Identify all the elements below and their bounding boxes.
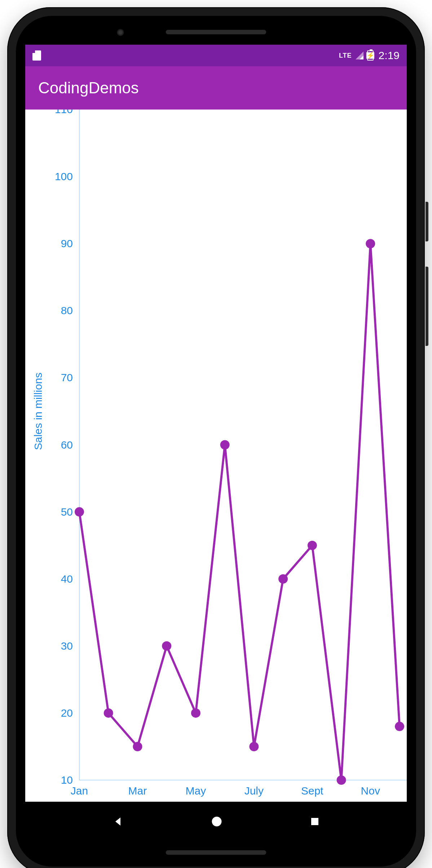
x-tick-label: Sept [301, 785, 323, 797]
x-tick-label: Mar [128, 785, 147, 797]
speaker-bottom [166, 850, 266, 855]
lte-label: LTE [339, 52, 352, 59]
data-point[interactable] [191, 708, 200, 718]
home-button[interactable] [210, 815, 223, 828]
line-chart-svg: 102030405060708090100110JanMarMayJulySep… [25, 110, 407, 802]
status-bar: LTE ⚡ 2:19 [25, 45, 407, 66]
data-point[interactable] [366, 239, 375, 248]
back-button[interactable] [112, 815, 124, 828]
battery-charging-icon: ⚡ [367, 50, 374, 61]
data-point[interactable] [133, 742, 142, 751]
app-title: CodingDemos [38, 79, 139, 97]
data-point[interactable] [395, 722, 404, 731]
x-tick-label: Nov [361, 785, 380, 797]
volume-button[interactable] [426, 267, 428, 346]
sd-card-icon [32, 50, 41, 61]
x-tick-label: Jan [71, 785, 88, 797]
data-point[interactable] [75, 507, 84, 517]
y-axis-label: Sales in millions [32, 373, 44, 450]
recent-apps-button[interactable] [309, 816, 320, 827]
data-point[interactable] [308, 541, 317, 550]
data-point[interactable] [220, 440, 230, 450]
signal-icon [356, 52, 363, 59]
data-line [79, 244, 400, 780]
phone-inner: LTE ⚡ 2:19 CodingDemos 10203040506070809… [16, 16, 416, 867]
y-tick-label: 20 [61, 707, 73, 719]
x-tick-label: July [244, 785, 264, 797]
data-point[interactable] [104, 708, 113, 718]
y-tick-label: 90 [61, 237, 73, 249]
chart[interactable]: 102030405060708090100110JanMarMayJulySep… [25, 110, 407, 802]
clock: 2:19 [379, 49, 400, 62]
y-tick-label: 50 [61, 506, 73, 518]
y-tick-label: 60 [61, 439, 73, 451]
data-point[interactable] [162, 641, 171, 651]
data-point[interactable] [337, 775, 346, 785]
y-tick-label: 10 [61, 774, 73, 786]
svg-point-2 [212, 817, 221, 827]
y-tick-label: 40 [61, 573, 73, 585]
data-point[interactable] [278, 574, 288, 584]
svg-rect-3 [311, 818, 318, 825]
app-bar: CodingDemos [25, 66, 407, 110]
y-tick-label: 110 [55, 110, 73, 115]
phone-frame: LTE ⚡ 2:19 CodingDemos 10203040506070809… [7, 7, 425, 868]
y-tick-label: 80 [61, 304, 73, 316]
front-camera [117, 29, 124, 36]
data-point[interactable] [249, 742, 259, 751]
speaker-top [166, 30, 266, 35]
y-tick-label: 100 [55, 170, 73, 182]
android-nav-bar [25, 802, 407, 841]
x-tick-label: May [186, 785, 206, 797]
screen: LTE ⚡ 2:19 CodingDemos 10203040506070809… [25, 45, 407, 841]
y-tick-label: 70 [61, 371, 73, 383]
y-tick-label: 30 [61, 640, 73, 652]
power-button[interactable] [426, 202, 428, 241]
